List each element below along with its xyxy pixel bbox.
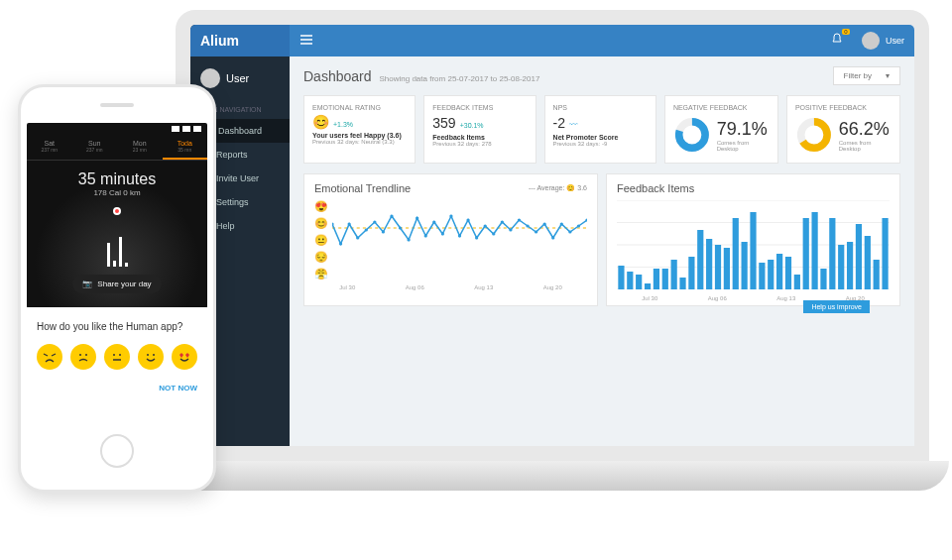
sidebar-user-name: User — [226, 72, 249, 84]
share-button[interactable]: 📷 Share your day — [72, 275, 161, 293]
svg-point-82 — [85, 354, 87, 356]
battery-icon — [193, 126, 201, 132]
not-now-button[interactable]: NOT NOW — [37, 384, 197, 392]
svg-rect-66 — [759, 263, 765, 289]
day-tab-sun[interactable]: Sun237 mn — [72, 135, 118, 160]
svg-point-18 — [365, 228, 368, 231]
svg-rect-54 — [654, 269, 659, 289]
svg-rect-61 — [715, 245, 721, 289]
svg-point-85 — [147, 354, 149, 356]
rating-face-neutral[interactable] — [104, 344, 130, 370]
angry-face-icon: 😤 — [314, 268, 328, 280]
day-tab-sat[interactable]: Sat237 mn — [27, 135, 72, 160]
topbar-user[interactable]: User — [862, 32, 904, 50]
svg-point-19 — [373, 220, 376, 223]
love-face-icon: 😍 — [314, 200, 328, 213]
kpi-title: Emotional Rating — [312, 104, 407, 111]
svg-point-86 — [153, 354, 155, 356]
kpi-sub1: Feedback Items — [432, 134, 527, 141]
svg-point-41 — [560, 222, 563, 225]
donut-chart-icon — [795, 115, 833, 155]
survey-question: How do you like the Human app? — [37, 321, 197, 332]
svg-point-36 — [518, 218, 521, 221]
kpi-title: Feedback Items — [432, 104, 527, 111]
signal-icon — [172, 126, 179, 132]
svg-point-22 — [399, 226, 402, 229]
kpi-feedback: Feedback Items 359+30.1% Feedback Items … — [423, 95, 536, 164]
menu-icon[interactable] — [299, 33, 313, 49]
svg-rect-78 — [865, 236, 871, 289]
kpi-sub: Comes from Desktop — [717, 140, 770, 152]
svg-point-29 — [458, 234, 461, 237]
svg-point-28 — [449, 214, 452, 217]
kpi-percent: 66.2% — [839, 119, 892, 140]
activity-stats: 178 Cal 0 km — [27, 188, 207, 197]
avatar — [200, 68, 220, 88]
kpi-sub2: Previous 32 days: 278 — [432, 141, 527, 147]
dashboard-app: Alium User Main Navigation Dashboard Rep… — [190, 25, 914, 446]
kpi-emotional: Emotional Rating 😊+1.3% Your users feel … — [303, 95, 416, 164]
svg-point-40 — [551, 236, 554, 239]
chart-title: Feedback Items — [617, 182, 694, 194]
chart-title: Emotional Trendline — [314, 182, 411, 194]
topbar: 0 User — [290, 25, 914, 56]
sad-face-icon: 😔 — [314, 251, 328, 264]
notification-count: 0 — [842, 29, 850, 35]
kpi-percent: 79.1% — [717, 119, 770, 140]
svg-rect-70 — [794, 275, 800, 289]
x-axis-labels: Jul 30Aug 06Aug 13Aug 20 — [314, 284, 587, 290]
phone-speaker-area — [21, 87, 213, 123]
svg-rect-55 — [662, 269, 668, 289]
svg-point-17 — [356, 236, 359, 239]
svg-point-23 — [407, 238, 410, 241]
svg-rect-76 — [847, 242, 853, 289]
topbar-user-name: User — [886, 36, 904, 46]
help-us-improve-button[interactable]: Help us improve — [803, 300, 870, 313]
kpi-title: NPS — [553, 104, 648, 111]
sidebar-item-label: Help — [216, 221, 235, 231]
rating-face-happy[interactable] — [138, 344, 164, 370]
svg-rect-56 — [671, 260, 677, 289]
svg-point-21 — [390, 214, 393, 217]
activity-bars — [27, 225, 207, 267]
svg-point-81 — [79, 354, 81, 356]
svg-point-14 — [332, 222, 334, 225]
bar-chart — [617, 200, 890, 289]
svg-rect-71 — [803, 218, 809, 289]
sidebar-item-label: Invite User — [216, 173, 259, 183]
camera-icon: 📷 — [82, 280, 92, 288]
rating-face-sad[interactable] — [70, 344, 96, 370]
chevron-down-icon: ▾ — [886, 71, 890, 80]
kpi-title: Negative Feedback — [673, 104, 770, 111]
chart-row: Emotional Trendline --- Average: 😊 3.6 😍… — [290, 173, 914, 314]
rating-face-love[interactable] — [172, 344, 197, 370]
svg-rect-59 — [697, 230, 703, 289]
svg-rect-65 — [750, 212, 756, 289]
wifi-icon — [182, 126, 190, 132]
happy-face-icon: 😊 — [312, 115, 329, 129]
kpi-delta: +1.3% — [333, 121, 353, 128]
svg-rect-63 — [733, 218, 739, 289]
rating-face-angry[interactable] — [37, 344, 62, 370]
home-button[interactable] — [100, 434, 134, 468]
kpi-delta: +30.1% — [460, 122, 484, 129]
filter-dropdown[interactable]: Filter by ▾ — [833, 66, 900, 85]
trend-icon: 〰 — [569, 120, 578, 130]
day-tab-mon[interactable]: Mon23 mn — [117, 135, 163, 160]
bell-icon — [830, 33, 844, 47]
status-bar — [27, 123, 207, 135]
line-chart — [332, 200, 587, 280]
kpi-sub: Comes from Desktop — [839, 140, 892, 152]
svg-point-84 — [119, 354, 121, 356]
day-tabs: Sat237 mn Sun237 mn Mon23 mn Toda35 mn — [27, 135, 207, 161]
svg-point-83 — [113, 354, 115, 356]
svg-rect-51 — [627, 272, 633, 289]
svg-rect-50 — [618, 266, 624, 289]
notifications-button[interactable]: 0 — [830, 33, 844, 49]
svg-point-43 — [577, 224, 580, 227]
svg-point-34 — [501, 220, 504, 223]
kpi-row: Emotional Rating 😊+1.3% Your users feel … — [290, 95, 914, 173]
svg-point-24 — [416, 216, 418, 219]
svg-point-39 — [543, 222, 546, 225]
day-tab-today[interactable]: Toda35 mn — [163, 135, 208, 160]
